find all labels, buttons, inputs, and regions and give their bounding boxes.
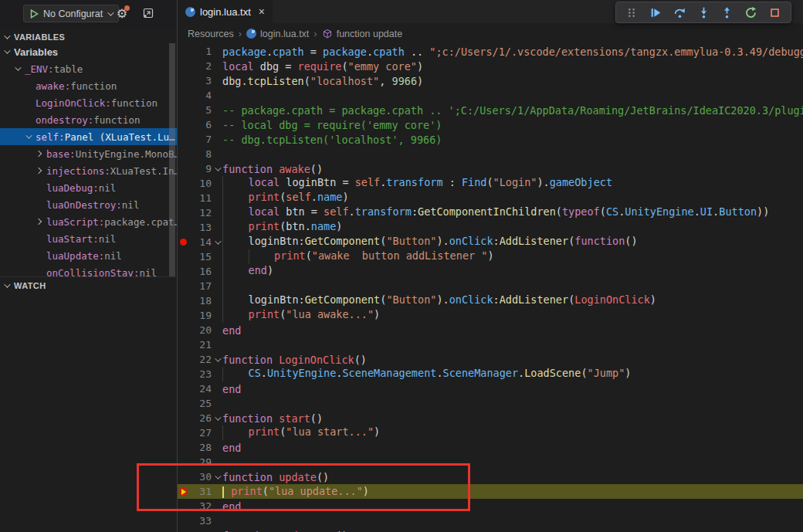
code-line-9[interactable]: 9function awake() <box>178 161 803 176</box>
code-line-22[interactable]: 22function LoginOnClick() <box>178 352 803 367</box>
code-line-31[interactable]: 31 print("lua update...") <box>178 484 803 499</box>
code-line-4[interactable]: 4 <box>178 88 803 103</box>
code-line-21[interactable]: 21 <box>178 337 803 352</box>
variable-row-oncollisionstay[interactable]: onCollisionStay: nil <box>0 264 177 276</box>
code-line-8[interactable]: 8 <box>178 147 803 161</box>
code-line-11[interactable]: 11 print(self.name) <box>178 191 803 205</box>
restart-button[interactable] <box>744 5 759 20</box>
sidebar-scrollbar[interactable] <box>169 43 175 276</box>
code-line-29[interactable]: 29 <box>178 455 803 469</box>
variable-row-luastart[interactable]: luaStart: nil <box>0 230 177 247</box>
breakpoint-gutter[interactable] <box>178 337 190 352</box>
code-line-14[interactable]: 14 loginBtn:GetComponent("Button").onCli… <box>178 235 803 249</box>
breakpoint-gutter[interactable] <box>178 205 190 220</box>
code-line-25[interactable]: 25 <box>178 396 803 411</box>
tab-login-lua-txt[interactable]: login.lua.txt × <box>178 0 273 23</box>
chevron-right-icon[interactable] <box>36 219 42 225</box>
breakpoint-gutter[interactable] <box>178 440 190 455</box>
watch-section-header[interactable]: WATCH <box>0 276 177 293</box>
fold-chevron-icon[interactable] <box>212 161 222 176</box>
breakpoint-gutter[interactable] <box>178 59 190 73</box>
chevron-down-icon[interactable] <box>25 132 32 138</box>
code-line-19[interactable]: 19 print("lua awake...") <box>178 308 803 323</box>
code-line-13[interactable]: 13 print(btn.name) <box>178 220 803 235</box>
variable-row-base[interactable]: base: UnityEngine.MonoB… <box>0 145 177 162</box>
code-line-12[interactable]: 12 local btn = self.transform:GetCompone… <box>178 205 803 220</box>
code-line-18[interactable]: 18 loginBtn:GetComponent("Button").onCli… <box>178 293 803 308</box>
variable-row-self[interactable]: self: Panel (XLuaTest.Lu… <box>0 128 177 145</box>
variable-row-_env[interactable]: _ENV: table <box>0 60 177 77</box>
code-line-2[interactable]: 2local dbg = require("emmy_core") <box>178 59 803 73</box>
breakpoint-gutter[interactable] <box>178 323 190 337</box>
breakpoint-gutter[interactable] <box>178 513 190 528</box>
breakpoint-gutter[interactable] <box>178 103 190 117</box>
breakpoint-gutter[interactable] <box>178 176 190 191</box>
breakpoint-gutter[interactable] <box>178 249 190 264</box>
code-line-10[interactable]: 10 local loginBtn = self.transform : Fin… <box>178 176 803 191</box>
chevron-down-icon[interactable] <box>4 47 10 53</box>
code-line-7[interactable]: 7-- dbg.tcpListen('localhost', 9966) <box>178 132 803 147</box>
code-line-3[interactable]: 3dbg.tcpListen("localhost", 9966) <box>178 73 803 88</box>
breakpoint-gutter[interactable] <box>178 132 190 147</box>
step-into-button[interactable] <box>696 5 711 20</box>
breakpoint-gutter[interactable] <box>178 117 190 132</box>
breakpoint-gutter[interactable] <box>178 499 190 513</box>
code-line-32[interactable]: 32end <box>178 499 803 513</box>
variable-row-loginonclick[interactable]: LoginOnClick: function <box>0 94 177 111</box>
code-line-34[interactable]: 34function ondestroy() <box>178 528 803 532</box>
breakpoint-gutter[interactable] <box>178 220 190 235</box>
code-line-24[interactable]: 24end <box>178 381 803 396</box>
chevron-down-icon[interactable] <box>15 64 21 70</box>
variable-row-awake[interactable]: awake: function <box>0 77 177 94</box>
settings-gear-icon[interactable]: ⚙ <box>114 5 130 21</box>
breadcrumb-folder[interactable]: Resources <box>188 29 234 39</box>
variable-row-ondestroy[interactable]: ondestroy: function <box>0 111 177 128</box>
code-line-16[interactable]: 16 end) <box>178 264 803 279</box>
breakpoint-gutter[interactable] <box>178 528 190 532</box>
breakpoint-gutter[interactable] <box>178 88 190 103</box>
breakpoint-gutter[interactable] <box>178 279 190 293</box>
breakpoint-gutter[interactable] <box>178 73 190 88</box>
breakpoint-gutter[interactable] <box>178 308 190 323</box>
variable-row-luadebug[interactable]: luaDebug: nil <box>0 179 177 196</box>
breakpoint-gutter[interactable] <box>178 469 190 484</box>
code-line-30[interactable]: 30function update() <box>178 469 803 484</box>
chevron-right-icon[interactable] <box>36 151 42 157</box>
breakpoint-icon[interactable] <box>178 235 190 249</box>
step-out-button[interactable] <box>720 5 735 20</box>
breakpoint-gutter[interactable] <box>178 161 190 176</box>
fold-chevron-icon[interactable] <box>212 411 222 425</box>
tab-close-icon[interactable]: × <box>259 6 265 17</box>
code-editor[interactable]: 1package.cpath = package.cpath .. ";c:/U… <box>178 44 803 532</box>
fold-chevron-icon[interactable] <box>212 235 222 249</box>
code-line-28[interactable]: 28end <box>178 440 803 455</box>
code-line-27[interactable]: 27 print("lua start...") <box>178 425 803 440</box>
code-line-26[interactable]: 26function start() <box>178 411 803 425</box>
code-line-15[interactable]: 15 print("awake button addListener ") <box>178 249 803 264</box>
code-line-5[interactable]: 5-- package.cpath = package.cpath .. ';C… <box>178 103 803 117</box>
stop-button[interactable] <box>767 5 782 20</box>
code-line-20[interactable]: 20end <box>178 323 803 337</box>
code-line-17[interactable]: 17 <box>178 279 803 293</box>
breakpoint-gutter[interactable] <box>178 44 190 59</box>
current-line-pointer-icon[interactable] <box>178 484 190 499</box>
variable-row-luaupdate[interactable]: luaUpdate: nil <box>0 247 177 264</box>
breakpoint-gutter[interactable] <box>178 455 190 469</box>
fold-chevron-icon[interactable] <box>212 469 222 484</box>
code-line-23[interactable]: 23 CS.UnityEngine.SceneManagement.SceneM… <box>178 367 803 381</box>
open-debug-console-icon[interactable] <box>141 5 156 21</box>
fold-chevron-icon[interactable] <box>212 352 222 367</box>
breadcrumb-file[interactable]: login.lua.txt <box>246 29 309 39</box>
variable-row-luascript[interactable]: luaScript: package.cpat… <box>0 213 177 230</box>
variable-row-variables[interactable]: Variables <box>0 43 177 60</box>
sidebar-resize-handle[interactable] <box>177 0 178 532</box>
breakpoint-gutter[interactable] <box>178 352 190 367</box>
breakpoint-gutter[interactable] <box>178 411 190 425</box>
step-over-button[interactable] <box>672 5 687 20</box>
variable-row-luaondestroy[interactable]: luaOnDestroy: nil <box>0 196 177 213</box>
breadcrumb-symbol[interactable]: function update <box>322 29 403 39</box>
code-line-6[interactable]: 6-- local dbg = require('emmy_core') <box>178 117 803 132</box>
breakpoint-gutter[interactable] <box>178 191 190 205</box>
breakpoint-gutter[interactable] <box>178 425 190 440</box>
code-line-1[interactable]: 1package.cpath = package.cpath .. ";c:/U… <box>178 44 803 59</box>
